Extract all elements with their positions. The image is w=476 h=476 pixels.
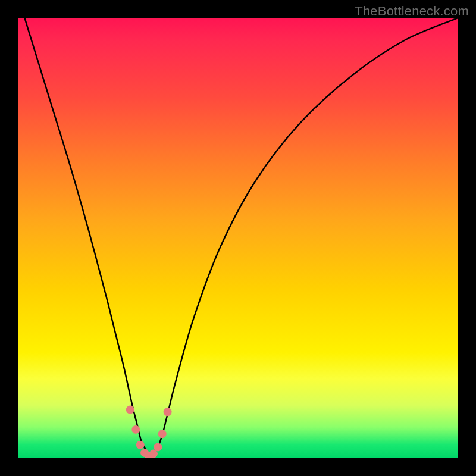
- chart-svg: [18, 18, 458, 458]
- data-point: [126, 406, 134, 414]
- plot-area: [18, 18, 458, 458]
- data-point: [154, 443, 162, 452]
- data-point: [131, 425, 140, 434]
- data-point: [136, 441, 145, 449]
- watermark-text: TheBottleneck.com: [355, 4, 469, 19]
- bottleneck-curve: [18, 18, 458, 454]
- data-point: [158, 430, 167, 438]
- data-point: [164, 408, 172, 416]
- data-markers: [126, 406, 172, 458]
